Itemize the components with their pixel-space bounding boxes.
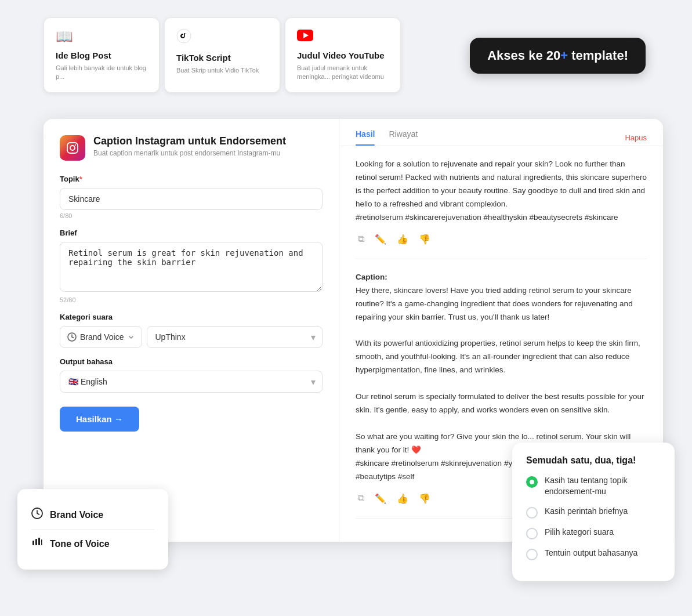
svg-rect-8: [32, 541, 34, 545]
brand-voice-option[interactable]: Brand Voice: [31, 501, 154, 530]
brief-textarea[interactable]: [60, 242, 323, 292]
topik-counter: 6/80: [60, 212, 323, 219]
semudah-item-3: Pilih kategori suara: [526, 527, 661, 539]
kategori-row: Brand Voice UpThinx ▾: [60, 326, 323, 348]
template-card-tiktok[interactable]: TikTok Script Buat Skrip untuk Vidio Tik…: [164, 17, 280, 93]
panel-header: Caption Instagram untuk Endorsement Buat…: [60, 135, 323, 161]
left-panel: Caption Instagram untuk Endorsement Buat…: [44, 119, 339, 542]
output-select[interactable]: 🇬🇧 English: [60, 371, 323, 393]
semudah-label-2: Kasih perintah briefnya: [545, 506, 628, 517]
youtube-card-desc: Buat judul menarik untuk meningka... per…: [297, 64, 389, 82]
instagram-icon: [60, 135, 85, 161]
kategori-field-group: Kategori suara Brand Voice UpThinx: [60, 313, 323, 348]
upthinx-select[interactable]: UpThinx: [147, 326, 323, 348]
kategori-label: Kategori suara: [60, 313, 323, 321]
tone-of-voice-icon: [31, 537, 43, 551]
semudah-popup: Semudah satu, dua, tiga! Kasih tau tenta…: [512, 443, 675, 581]
voice-popup: Brand Voice Tone of Voice: [17, 489, 168, 570]
blog-icon: 📖: [56, 28, 147, 45]
semudah-radio-4: [526, 549, 538, 560]
semudah-label-3: Pilih kategori suara: [545, 527, 614, 538]
topik-label: Topik*: [60, 175, 323, 183]
hasilkan-button[interactable]: Hasilkan →: [60, 407, 139, 432]
semudah-radio-2: [526, 507, 538, 519]
copy-btn-1[interactable]: ⧉: [356, 231, 367, 247]
tab-hasil[interactable]: Hasil: [356, 129, 375, 146]
right-tabs: Hasil Riwayat Hapus: [339, 119, 663, 146]
brand-voice-chevron: [128, 334, 135, 340]
panel-title: Caption Instagram untuk Endorsement: [93, 135, 286, 147]
tab-riwayat[interactable]: Riwayat: [389, 129, 418, 146]
semudah-label-1: Kasih tau tentang topik endorsement-mu: [545, 475, 661, 498]
edit-btn-2[interactable]: ✏️: [372, 491, 389, 506]
result-text-1: Looking for a solution to rejuvenate and…: [356, 158, 647, 224]
upthinx-select-wrapper: UpThinx ▾: [147, 326, 323, 348]
tiktok-icon: [176, 28, 268, 47]
copy-btn-2[interactable]: ⧉: [356, 491, 367, 506]
youtube-card-title: Judul Video YouTube: [297, 50, 389, 60]
semudah-item-1: Kasih tau tentang topik endorsement-mu: [526, 475, 661, 498]
like-btn-2[interactable]: 👍: [394, 491, 411, 506]
brand-voice-icon: [67, 332, 77, 342]
panel-title-group: Caption Instagram untuk Endorsement Buat…: [93, 135, 286, 157]
dislike-btn-1[interactable]: 👎: [416, 231, 433, 247]
svg-point-4: [70, 146, 75, 150]
youtube-icon: [297, 28, 389, 45]
brief-counter: 52/80: [60, 296, 323, 303]
like-btn-1[interactable]: 👍: [394, 231, 411, 247]
svg-rect-9: [35, 539, 37, 545]
blog-card-desc: Gali lebih banyak ide untuk blog p...: [56, 64, 147, 82]
brief-field-group: Brief 52/80: [60, 229, 323, 303]
brand-voice-popup-label: Brand Voice: [50, 510, 103, 520]
tiktok-card-desc: Buat Skrip untuk Vidio TikTok: [176, 66, 268, 75]
dislike-btn-2[interactable]: 👎: [416, 491, 433, 506]
template-card-youtube[interactable]: Judul Video YouTube Buat judul menarik u…: [285, 17, 401, 93]
svg-rect-10: [38, 538, 40, 545]
template-cards-row: 📖 Ide Blog Post Gali lebih banyak ide un…: [44, 17, 405, 93]
output-field-group: Output bahasa 🇬🇧 English ▾: [60, 357, 323, 393]
blog-card-title: Ide Blog Post: [56, 50, 147, 60]
result-block-1: Looking for a solution to rejuvenate and…: [356, 158, 647, 259]
output-select-wrapper: 🇬🇧 English ▾: [60, 371, 323, 393]
topik-input[interactable]: [60, 188, 323, 210]
svg-point-5: [75, 144, 76, 146]
template-card-blog[interactable]: 📖 Ide Blog Post Gali lebih banyak ide un…: [44, 17, 160, 93]
svg-rect-11: [41, 539, 42, 545]
tiktok-card-title: TikTok Script: [176, 53, 268, 63]
brand-voice-select[interactable]: Brand Voice: [60, 326, 142, 348]
svg-point-0: [177, 29, 191, 43]
topik-field-group: Topik* 6/80: [60, 175, 323, 219]
semudah-item-4: Tentuin output bahasanya: [526, 548, 661, 560]
result-actions-1: ⧉ ✏️ 👍 👎: [356, 231, 647, 247]
panel-subtitle: Buat caption menarik untuk post endorsem…: [93, 149, 286, 157]
semudah-item-2: Kasih perintah briefnya: [526, 506, 661, 519]
tone-of-voice-label: Tone of Voice: [50, 539, 110, 549]
hapus-button[interactable]: Hapus: [625, 133, 647, 142]
semudah-radio-1: [526, 476, 538, 488]
semudah-label-4: Tentuin output bahasanya: [545, 548, 637, 559]
output-label: Output bahasa: [60, 357, 323, 366]
brand-voice-popup-icon: [31, 508, 43, 522]
hasilkan-label: Hasilkan →: [76, 414, 123, 424]
tone-of-voice-option[interactable]: Tone of Voice: [31, 530, 154, 558]
edit-btn-1[interactable]: ✏️: [372, 231, 389, 247]
brand-voice-label: Brand Voice: [80, 332, 124, 342]
svg-rect-3: [67, 143, 78, 153]
semudah-radio-3: [526, 528, 538, 539]
semudah-title: Semudah satu, dua, tiga!: [526, 455, 661, 466]
brief-label: Brief: [60, 229, 323, 237]
akses-banner: Akses ke 20+ template!: [470, 38, 646, 74]
